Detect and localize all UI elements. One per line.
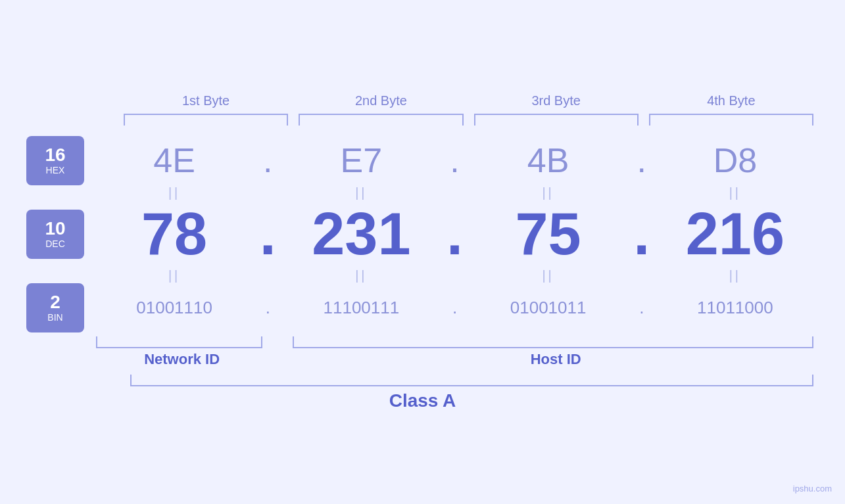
hex-dot-2: . xyxy=(445,141,465,180)
equals-row-2: || || || || xyxy=(26,268,819,283)
hex-badge-number: 16 xyxy=(45,145,65,166)
network-id-bracket xyxy=(96,336,262,348)
hex-dot-1: . xyxy=(258,141,278,180)
bin-value-3: 01001011 xyxy=(465,298,632,318)
bin-value-1: 01001110 xyxy=(91,298,258,318)
dec-row: 10 DEC 78 . 231 . 75 . 216 xyxy=(26,200,819,268)
byte-header-2: 2nd Byte xyxy=(293,93,468,108)
dec-dot-1: . xyxy=(258,200,278,268)
host-id-bracket xyxy=(293,336,813,348)
hex-value-2: E7 xyxy=(278,141,445,180)
bracket-3 xyxy=(474,114,639,126)
host-id-label: Host ID xyxy=(298,351,813,368)
hex-values: 4E . E7 . 4B . D8 xyxy=(91,141,819,180)
top-brackets xyxy=(26,114,819,126)
bin-value-2: 11100111 xyxy=(278,298,445,318)
dec-value-1: 78 xyxy=(91,200,258,268)
bin-values: 01001110 . 11100111 . 01001011 . 1101100… xyxy=(91,298,819,318)
equals-values-2: || || || || xyxy=(91,268,819,283)
hex-row: 16 HEX 4E . E7 . 4B . D8 xyxy=(26,136,819,185)
byte-header-3: 3rd Byte xyxy=(469,93,644,108)
bottom-labels: Network ID Host ID xyxy=(91,351,819,368)
bin-dot-3: . xyxy=(632,298,652,318)
dec-dot-3: . xyxy=(632,200,652,268)
main-container: 1st Byte 2nd Byte 3rd Byte 4th Byte 16 H… xyxy=(0,0,845,504)
bracket-2 xyxy=(299,114,463,126)
hex-value-3: 4B xyxy=(465,141,632,180)
bin-dot-1: . xyxy=(258,298,278,318)
dec-dot-2: . xyxy=(445,200,465,268)
bin-badge-label: BIN xyxy=(47,312,62,323)
class-a-bracket xyxy=(130,375,813,386)
bottom-brackets xyxy=(91,336,819,348)
dec-value-4: 216 xyxy=(652,200,819,268)
dec-value-3: 75 xyxy=(465,200,632,268)
bin-row: 2 BIN 01001110 . 11100111 . 01001011 . xyxy=(26,283,819,332)
bin-badge-number: 2 xyxy=(50,292,60,313)
bracket-4 xyxy=(649,114,813,126)
hex-badge: 16 HEX xyxy=(26,136,84,185)
bottom-brackets-row xyxy=(26,336,819,348)
equals-values-1: || || || || xyxy=(91,185,819,200)
class-a-label: Class A xyxy=(26,390,819,411)
hex-value-4: D8 xyxy=(652,141,819,180)
dec-values: 78 . 231 . 75 . 216 xyxy=(91,200,819,268)
bin-dot-2: . xyxy=(445,298,465,318)
dec-value-2: 231 xyxy=(278,200,445,268)
byte-headers: 1st Byte 2nd Byte 3rd Byte 4th Byte xyxy=(26,93,819,108)
network-id-label: Network ID xyxy=(96,351,268,368)
dec-badge-label: DEC xyxy=(45,239,65,249)
bin-value-4: 11011000 xyxy=(652,298,819,318)
dec-badge-number: 10 xyxy=(45,219,65,239)
byte-header-1: 1st Byte xyxy=(118,93,293,108)
watermark: ipshu.com xyxy=(793,484,832,493)
bottom-labels-row: Network ID Host ID xyxy=(26,351,819,368)
dec-badge: 10 DEC xyxy=(26,210,84,259)
bracket-1 xyxy=(124,114,288,126)
equals-row-1: || || || || xyxy=(26,185,819,200)
byte-header-4: 4th Byte xyxy=(644,93,819,108)
hex-dot-3: . xyxy=(632,141,652,180)
bin-badge: 2 BIN xyxy=(26,283,84,332)
hex-value-1: 4E xyxy=(91,141,258,180)
hex-badge-label: HEX xyxy=(46,165,65,175)
class-a-row: Class A xyxy=(26,375,819,411)
